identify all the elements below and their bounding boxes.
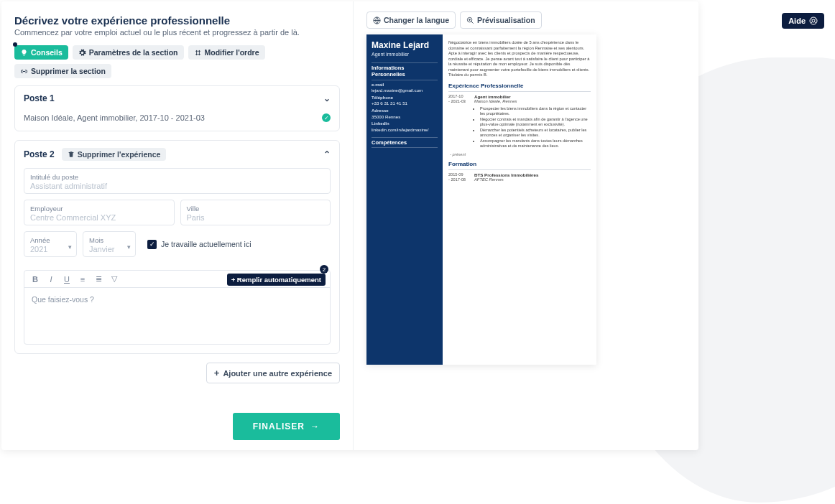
preview-label: Prévisualisation (477, 16, 535, 24)
section-toolbar: Conseils Paramètres de la section Modifi… (14, 45, 340, 78)
resume-address-label: Adresse (372, 108, 438, 114)
change-language-label: Changer la langue (384, 16, 449, 24)
delete-experience-button[interactable]: Supprimer l'expérience (62, 148, 167, 161)
editor-toolbar: B I U ≡ ≣ ▽ + Remplir automatiquement (24, 271, 330, 288)
tips-button[interactable]: Conseils (14, 45, 68, 60)
delete-section-button[interactable]: Supprimer la section (14, 64, 111, 78)
reorder-label: Modifier l'ordre (205, 48, 259, 57)
chevron-down-icon: ▾ (127, 243, 131, 251)
add-experience-button[interactable]: + Ajouter une autre expérience (206, 363, 340, 383)
year-label: Année (30, 236, 70, 244)
reorder-icon (194, 49, 202, 57)
resume-bullet: Négocier contrats et mandats afin de gar… (480, 117, 591, 127)
resume-main: Négociatrice en biens immobiliers dotée … (443, 34, 596, 365)
resume-bullet: Accompagner les mandants dans toutes leu… (480, 139, 591, 149)
resume-intro: Négociatrice en biens immobiliers dotée … (448, 40, 591, 78)
resume-email-label: e-mail (372, 83, 438, 88)
delete-exp-label: Supprimer l'expérience (78, 150, 161, 159)
resume-exp-entry: 2017-10 - 2021-03 Agent immobilier Maiso… (448, 94, 591, 149)
preview-panel: Changer la langue Prévisualisation Maxin… (354, 1, 698, 450)
description-editor: 2 B I U ≡ ≣ ▽ + Remplir automatiquement … (24, 270, 331, 345)
unlink-icon (20, 67, 28, 75)
resume-exp-bullets: Prospecter les biens immobiliers dans la… (474, 106, 591, 149)
job-title-placeholder: Assistant administratif (30, 182, 324, 190)
poste1-summary: Maison Idéale, Agent immobilier, 2017-10… (24, 113, 205, 122)
check-icon: ✓ (322, 113, 331, 122)
resume-linkedin-label: LinkedIn (372, 121, 438, 127)
month-select[interactable]: Mois Janvier ▾ (83, 231, 136, 257)
page-subtitle: Commencez par votre emploi actuel ou le … (14, 28, 340, 37)
finalize-button[interactable]: FINALISER → (233, 413, 340, 440)
finalize-label: FINALISER (253, 421, 305, 431)
resume-edu-dates: 2015-09 - 2017-08 (448, 172, 471, 185)
resume-exp-title: Agent immobilier (474, 94, 591, 100)
preview-button[interactable]: Prévisualisation (460, 11, 542, 29)
current-checkbox[interactable]: ✓ (147, 240, 157, 249)
align-icon[interactable]: ≡ (78, 275, 88, 284)
lifebuoy-icon (809, 17, 818, 25)
page-title: Décrivez votre expérience professionnell… (14, 14, 340, 27)
delete-section-label: Supprimer la section (31, 67, 106, 75)
editor-textarea[interactable]: Que faisiez-vous ? (24, 288, 330, 344)
job-title-field[interactable]: Intitulé du poste Assistant administrati… (24, 168, 331, 194)
form-panel: Décrivez votre expérience professionnell… (1, 1, 354, 450)
resume-personal-header: Informations Personnelles (372, 62, 438, 80)
job-title-label: Intitulé du poste (30, 173, 324, 181)
resume-edu-company: AFTEC Rennes (474, 177, 591, 182)
add-experience-label: Ajouter une autre expérience (223, 369, 332, 378)
month-value: Janvier (89, 245, 129, 253)
resume-exp-header: Expérience Professionnelle (448, 83, 591, 92)
app-container: Décrivez votre expérience professionnell… (1, 1, 698, 450)
trash-icon (68, 151, 75, 158)
svg-point-3 (812, 19, 815, 22)
resume-bullet: Prospecter les biens immobiliers dans la… (480, 106, 591, 116)
employer-field[interactable]: Employeur Centre Commercial XYZ (24, 200, 175, 225)
resume-email: lejard.maxine@gmail.com (372, 88, 438, 93)
help-label: Aide (788, 17, 806, 25)
resume-skills-header: Compétences (372, 137, 438, 148)
city-field[interactable]: Ville Paris (180, 200, 331, 225)
year-select[interactable]: Année 2021 ▾ (24, 231, 77, 257)
year-value: 2021 (30, 245, 70, 253)
poste1-card[interactable]: Poste 1 ⌄ Maison Idéale, Agent immobilie… (14, 85, 340, 131)
chevron-down-icon: ⌄ (323, 93, 331, 103)
reorder-button[interactable]: Modifier l'ordre (188, 45, 265, 60)
resume-preview: Maxine Lejard Agent immobilier Informati… (366, 34, 596, 365)
tips-label: Conseils (31, 48, 63, 57)
resume-address: 35000 Rennes (372, 114, 438, 120)
gear-icon (78, 49, 86, 57)
resume-phone-label: Téléphone (372, 95, 438, 101)
month-label: Mois (89, 236, 129, 244)
section-settings-label: Paramètres de la section (89, 48, 178, 57)
resume-phone: +33 6 31 31 41 51 (372, 101, 438, 106)
change-language-button[interactable]: Changer la langue (366, 11, 456, 29)
bulb-icon (20, 49, 28, 57)
poste1-title: Poste 1 (24, 93, 55, 103)
resume-present: - présent (448, 152, 591, 157)
resume-edu-title: BTS Professions Immobilières (474, 172, 591, 178)
plus-icon: + (214, 368, 220, 378)
resume-exp-company: Maison Idéale, Rennes (474, 99, 591, 104)
italic-icon[interactable]: I (46, 275, 56, 284)
autofill-button[interactable]: + Remplir automatiquement (227, 274, 326, 286)
current-label: Je travaille actuellement ici (161, 240, 251, 248)
resume-bullet: Démarcher les potentiels acheteurs et lo… (480, 128, 591, 138)
magnify-icon (466, 17, 474, 24)
poste2-card: Poste 2 Supprimer l'expérience ⌃ Intitul… (14, 140, 340, 354)
employer-placeholder: Centre Commercial XYZ (30, 213, 168, 222)
resume-linkedin: linkedin.com/in/lejardmaxine/ (372, 127, 438, 133)
globe-icon (373, 17, 381, 24)
section-settings-button[interactable]: Paramètres de la section (73, 45, 184, 60)
resume-edu-entry: 2015-09 - 2017-08 BTS Professions Immobi… (448, 172, 591, 185)
bold-icon[interactable]: B (30, 275, 40, 284)
help-button[interactable]: Aide (782, 13, 824, 29)
underline-icon[interactable]: U (62, 275, 72, 284)
arrow-right-icon: → (310, 421, 320, 431)
employer-label: Employeur (30, 205, 168, 213)
city-label: Ville (187, 205, 325, 213)
resume-sidebar: Maxine Lejard Agent immobilier Informati… (366, 34, 443, 365)
list-icon[interactable]: ≣ (93, 274, 103, 284)
filter-icon[interactable]: ▽ (109, 274, 119, 284)
chevron-up-icon[interactable]: ⌃ (323, 149, 331, 159)
city-placeholder: Paris (187, 213, 325, 222)
